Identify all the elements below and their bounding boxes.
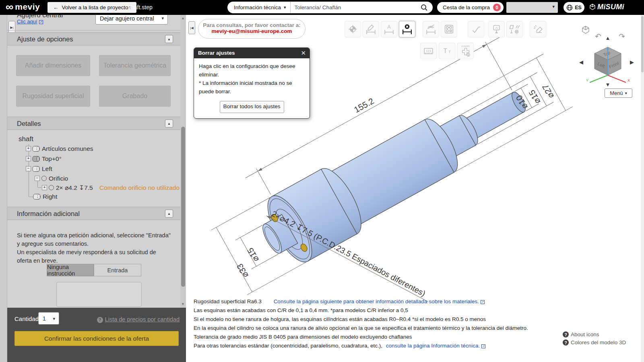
hole-circle-icon — [49, 185, 54, 190]
surface-roughness-button[interactable]: Rugosidad superficial — [16, 86, 90, 107]
plus-icon: + — [27, 156, 30, 160]
search-bar: Información técnica ▾ — [227, 2, 433, 13]
label-annotation-button[interactable]: A — [488, 21, 505, 37]
tree-item-hole-command[interactable]: 2× ⌀4.2 ↧7.5 Comando orificio no utiliza… — [56, 184, 180, 191]
file-tab[interactable]: shaft.step — [128, 4, 153, 10]
contact-banner: Para consultas, por favor contactar a: m… — [198, 19, 305, 39]
numeric-dimension-button[interactable]: 123 — [420, 43, 437, 59]
surface-finish-button[interactable] — [468, 21, 484, 37]
hole-command-label: 2× ⌀4.2 ↧7.5 — [56, 184, 93, 191]
center-hole-help-link[interactable]: Clic aquí↗ — [17, 18, 43, 25]
chevron-down-icon: ▾ — [552, 4, 555, 9]
entry-toggle[interactable]: Entrada — [94, 264, 141, 276]
contact-email[interactable]: meviy-eu@misumi-europe.com — [198, 28, 305, 34]
external-link-icon: ↗ — [481, 300, 485, 304]
scroll-down-icon[interactable]: ▼ — [181, 302, 185, 306]
tree-expander[interactable]: + — [26, 146, 31, 151]
quantity-select[interactable]: 1 ▾ — [38, 312, 59, 325]
search-category-select[interactable]: Información técnica ▾ — [227, 2, 291, 13]
chevron-down-icon: ▾ — [53, 316, 55, 321]
top-dropdown[interactable]: ▾ — [506, 2, 558, 13]
details-section-header[interactable]: Detalles ▲ — [7, 117, 180, 130]
rotate-cw-icon[interactable]: ↷ — [619, 32, 625, 41]
svg-text:123: 123 — [426, 49, 431, 53]
additional-info-title: Información adicional — [17, 210, 80, 218]
hole-group-button[interactable] — [441, 21, 457, 37]
tree-item-articulos-comunes[interactable]: Artículos comunes — [42, 145, 93, 152]
view-up-arrow[interactable]: ▲ — [605, 35, 611, 41]
comments-textarea[interactable] — [56, 282, 142, 307]
view-down-arrow[interactable]: ▼ — [605, 82, 611, 87]
engraving-button[interactable]: Grabado — [99, 86, 171, 107]
datum-target-icon — [347, 24, 358, 35]
view-left-arrow[interactable]: ◀ — [579, 59, 583, 65]
viewer-collapse-handle[interactable]: |◀ — [188, 21, 195, 34]
back-to-projects-button[interactable]: ← Volver a la lista de proyectos — [47, 2, 136, 13]
collapse-button[interactable]: ▲ — [165, 210, 173, 218]
svg-text:T: T — [448, 50, 451, 54]
back-button-label: Volver a la lista de proyectos — [62, 4, 131, 10]
model-colors-link[interactable]: ? Colores del modelo 3D — [563, 339, 626, 346]
collapse-button[interactable]: ▲ — [165, 35, 173, 43]
dim-length: 155.2 — [353, 96, 376, 115]
price-list-link[interactable]: ?Lista de precios por cantidad — [97, 316, 180, 323]
tree-item-right[interactable]: Right — [43, 193, 57, 200]
tree-expander[interactable]: − — [35, 176, 40, 181]
tree-item-left[interactable]: Left — [42, 165, 52, 173]
six-views-button[interactable]: 6VIEWS — [457, 43, 474, 59]
chevron-down-icon: ▾ — [625, 91, 627, 95]
mini-cube-icon[interactable] — [582, 26, 589, 33]
hide-dimension-button[interactable] — [423, 21, 439, 37]
delete-dimension-button[interactable] — [399, 21, 415, 37]
note-line: Para otras tolerancias estándar (concent… — [194, 343, 600, 349]
tree-expander[interactable]: + — [26, 156, 31, 161]
geometric-tolerance-toolbar-button[interactable] — [506, 21, 523, 37]
materials-info-link[interactable]: Consulte la página siguiente para obtene… — [274, 298, 485, 304]
tree-item-top[interactable]: Top+0° — [42, 155, 62, 162]
view-right-arrow[interactable]: ▶ — [630, 59, 634, 65]
cylinder-icon — [32, 156, 41, 162]
text-dimension-button[interactable]: A — [381, 21, 397, 37]
question-icon: ? — [563, 331, 569, 337]
no-instruction-toggle[interactable]: Ninguna instrucción — [47, 264, 94, 276]
options-section-header[interactable]: Ajuste de opciones ▲ — [7, 32, 180, 45]
page-scrollbar-thumb[interactable] — [641, 16, 644, 72]
scroll-up-icon[interactable]: ▲ — [181, 16, 185, 20]
language-button[interactable]: ES — [564, 2, 584, 13]
collapse-button[interactable]: ▲ — [165, 119, 173, 128]
search-input[interactable] — [291, 4, 421, 10]
svg-text:T: T — [444, 47, 448, 54]
search-icon[interactable] — [421, 4, 428, 11]
sidebar-scrollbar-thumb[interactable] — [181, 127, 185, 287]
view-cube-widget[interactable]: ↶ ↷ ▲ ◀ ▶ ▼ Top Left Front Y X — [574, 22, 640, 87]
tree-item-orificio[interactable]: Orificio — [49, 175, 68, 182]
technical-info-link[interactable]: consulte la página Información técnica.↗ — [386, 343, 485, 349]
viewcube-menu-button[interactable]: Menú ▾ — [605, 88, 632, 98]
tree-expander[interactable]: + — [42, 185, 47, 190]
tree-expander[interactable]: − — [26, 166, 31, 171]
confirm-quote-button[interactable]: Confirmar las condiciones de la oferta — [14, 331, 179, 346]
datum-target-button[interactable] — [345, 21, 361, 37]
geometric-tolerance-button[interactable]: Tolerancia geométrica — [99, 55, 171, 76]
cylinder-icon — [32, 146, 41, 152]
cart-label: Cesta de la compra — [443, 4, 490, 10]
popup-header[interactable]: Borrar ajustes ✕ — [194, 48, 310, 58]
tree-root-shaft[interactable]: shaft — [19, 135, 33, 143]
rotate-ccw-icon[interactable]: ↶ — [595, 32, 601, 41]
hole-group-icon — [444, 24, 454, 35]
edit-dimension-button[interactable] — [363, 21, 379, 37]
misumi-logo[interactable]: MiSUMi — [589, 3, 624, 11]
external-link-icon: ↗ — [481, 344, 485, 348]
eraser-button[interactable] — [530, 21, 546, 37]
chevron-down-icon: ▾ — [284, 5, 286, 10]
clear-all-settings-button[interactable]: Borrar todos los ajustes — [220, 101, 284, 113]
additional-info-section-header[interactable]: Información adicional ▲ — [7, 207, 180, 220]
meviy-logo[interactable]: ∞ meviy — [6, 2, 40, 12]
cart-button[interactable]: Cesta de la compra 0 — [437, 2, 504, 13]
close-icon[interactable]: ✕ — [301, 48, 306, 58]
text-size-button[interactable]: T T — [439, 43, 455, 59]
hole-circle-icon — [41, 176, 47, 181]
about-icons-link[interactable]: ? About icons — [563, 331, 626, 337]
add-dimensions-button[interactable]: Añadir dimensiones — [16, 55, 90, 76]
note-line: Las esquinas están acabadas con C/R de 0… — [194, 307, 600, 313]
